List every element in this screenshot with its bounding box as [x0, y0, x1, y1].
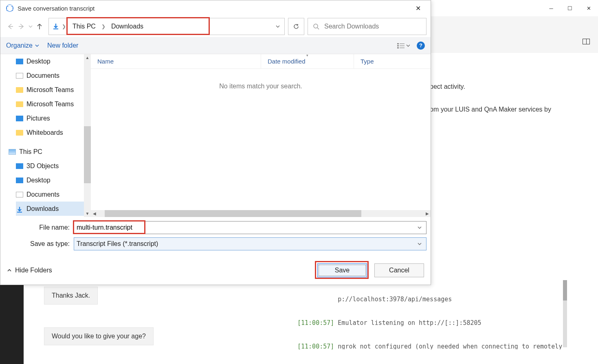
tree-item-label: Downloads	[26, 205, 59, 213]
log-panel: [11:00:57] p://localhost:3978/api/messag…	[297, 280, 562, 349]
tree-scrollbar[interactable]: ▲ ▼	[84, 54, 91, 217]
filename-field-wrap	[74, 221, 427, 234]
tree-item-label: Desktop	[26, 58, 51, 65]
newfolder-label: New folder	[47, 42, 78, 49]
tree-item-desktop[interactable]: Desktop	[16, 54, 91, 68]
tree-item-label: Documents	[26, 191, 59, 198]
tree-item-microsoft-teams[interactable]: Microsoft Teams	[16, 83, 91, 97]
svg-line-4	[317, 28, 319, 29]
tree-item-pictures[interactable]: Pictures	[16, 111, 91, 125]
blue-icon	[16, 163, 23, 169]
filetype-value: Transcript Files (*.transcript)	[77, 240, 158, 248]
blue-icon	[16, 59, 23, 64]
cancel-label: Cancel	[389, 267, 409, 274]
bg-minimize-button[interactable]: ─	[542, 2, 561, 14]
view-options-button[interactable]	[397, 43, 410, 48]
scroll-up-icon[interactable]: ▲	[84, 54, 91, 61]
svg-point-3	[314, 24, 318, 28]
column-date[interactable]: ▾Date modified	[261, 54, 354, 68]
tree-item-whiteboards[interactable]: Whiteboards	[16, 125, 91, 140]
log-text: Emulator listening on http://[::]:58205	[334, 319, 481, 327]
list-hscrollbar[interactable]: ◀ ▶	[91, 210, 431, 217]
empty-message: No items match your search.	[91, 83, 431, 90]
tree-item-desktop[interactable]: Desktop	[16, 173, 91, 187]
tree-item-3d-objects[interactable]: 3D Objects	[16, 159, 91, 173]
nav-up-button[interactable]	[34, 21, 45, 32]
sort-indicator-icon: ▾	[306, 53, 308, 57]
file-list[interactable]: Name ▾Date modified Type No items match …	[91, 54, 431, 217]
scroll-left-icon[interactable]: ◀	[91, 210, 98, 217]
dialog-title: Save conversation transcript	[18, 5, 95, 12]
organize-label: Organize	[6, 42, 33, 49]
focus-ring	[319, 265, 366, 276]
blue-icon	[16, 178, 23, 183]
nav-forward-button[interactable]	[16, 21, 27, 32]
search-input[interactable]	[324, 18, 426, 35]
folder-icon	[16, 130, 23, 136]
doc-icon	[16, 192, 23, 197]
save-dialog: Save conversation transcript ✕ ❯	[0, 0, 431, 285]
tree-item-label: 3D Objects	[26, 162, 59, 170]
log-scrollbar[interactable]	[563, 280, 567, 347]
nav-back-button[interactable]	[4, 21, 16, 32]
address-bar[interactable]: ❯ This PC ❯ Downloads	[48, 18, 285, 35]
bg-content-text: pect activity. om your LUIS and QnA Make…	[430, 81, 590, 114]
tree-item-documents[interactable]: Documents	[16, 187, 91, 202]
tree-item-documents[interactable]: Documents	[16, 68, 91, 83]
tree-item-microsoft-teams[interactable]: Microsoft Teams	[16, 97, 91, 111]
scroll-right-icon[interactable]: ▶	[424, 210, 431, 217]
bg-line-2: om your LUIS and QnA Maker services by	[430, 104, 590, 115]
new-folder-button[interactable]: New folder	[47, 42, 78, 49]
app-icon	[6, 4, 13, 12]
log-text: p://localhost:3978/api/messages	[338, 296, 452, 303]
refresh-button[interactable]	[288, 18, 304, 35]
scroll-thumb[interactable]	[84, 126, 91, 183]
tree-item-label: This PC	[19, 148, 42, 156]
doc-icon	[16, 73, 23, 79]
filename-input[interactable]	[77, 224, 416, 231]
close-button[interactable]: ✕	[409, 2, 427, 14]
save-button[interactable]: Save	[317, 263, 367, 277]
nav-tree[interactable]: DesktopDocumentsMicrosoft TeamsMicrosoft…	[0, 54, 91, 217]
breadcrumb-downloads[interactable]: Downloads	[109, 18, 146, 35]
chat-text: Would you like to give your age?	[52, 333, 146, 340]
chat-bubble: Would you like to give your age?	[44, 327, 154, 345]
log-ts: [11:00:57]	[297, 343, 334, 350]
bg-maximize-button[interactable]: ☐	[561, 2, 579, 14]
chat-text: Thanks Jack.	[52, 292, 90, 299]
folder-icon	[16, 101, 23, 107]
chevron-up-icon	[7, 268, 12, 273]
filetype-dropdown[interactable]	[416, 241, 424, 246]
chevron-right-icon[interactable]: ❯	[60, 24, 68, 29]
filetype-combo[interactable]: Transcript Files (*.transcript)	[74, 237, 427, 250]
cancel-button[interactable]: Cancel	[374, 263, 424, 277]
filename-dropdown[interactable]	[416, 225, 424, 230]
address-dropdown[interactable]	[271, 18, 284, 35]
log-text: ngrok not configured (only needed when c…	[334, 343, 562, 350]
scroll-down-icon[interactable]: ▼	[84, 210, 91, 217]
blue-icon	[16, 116, 23, 121]
search-icon	[308, 23, 324, 30]
hide-folders-label: Hide Folders	[15, 267, 52, 274]
nav-recent-dropdown[interactable]	[27, 21, 34, 32]
bg-sidebar	[0, 285, 24, 364]
log-ts: [11:00:57]	[297, 319, 334, 327]
tree-item-label: Microsoft Teams	[26, 101, 74, 108]
tree-item-downloads[interactable]: Downloads	[16, 202, 91, 216]
breadcrumb-this-pc[interactable]: This PC	[70, 18, 98, 35]
organize-button[interactable]: Organize	[6, 42, 39, 49]
panel-layout-icon[interactable]	[583, 39, 590, 44]
column-name[interactable]: Name	[91, 54, 261, 68]
search-box[interactable]	[308, 18, 427, 35]
svg-rect-6	[397, 45, 399, 46]
chevron-down-icon	[406, 44, 410, 48]
downloads-icon	[51, 22, 60, 31]
chevron-right-icon[interactable]: ❯	[100, 24, 107, 29]
column-type[interactable]: Type	[354, 54, 431, 68]
bg-close-button[interactable]: ✕	[579, 2, 598, 14]
tree-item-this-pc[interactable]: This PC	[9, 145, 91, 159]
tree-item-label: Microsoft Teams	[26, 86, 74, 94]
hide-folders-button[interactable]: Hide Folders	[7, 267, 52, 274]
help-button[interactable]: ?	[417, 42, 425, 50]
scroll-thumb[interactable]	[105, 210, 361, 217]
